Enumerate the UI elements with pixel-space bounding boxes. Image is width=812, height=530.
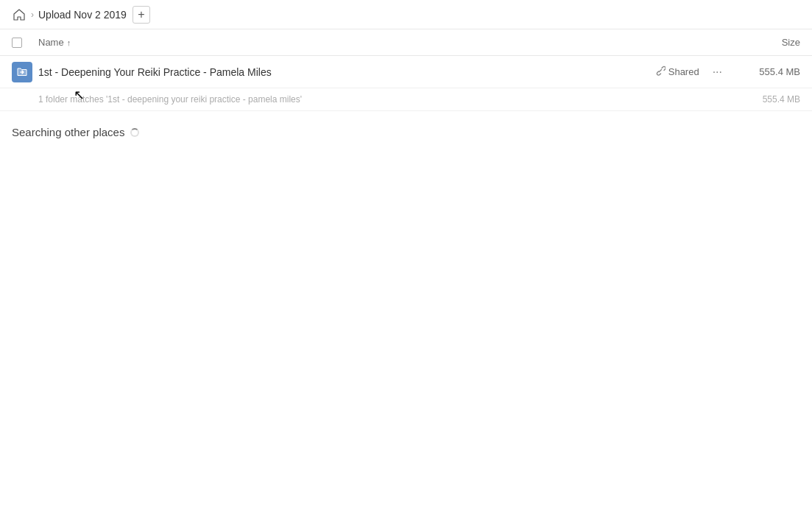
- folder-link-icon: [12, 62, 32, 82]
- size-column-header[interactable]: Size: [727, 37, 800, 48]
- match-info-row: 1 folder matches '1st - deepening your r…: [0, 88, 812, 111]
- breadcrumb-title: Upload Nov 2 2019: [38, 9, 127, 21]
- name-label: Name: [38, 37, 64, 48]
- add-button[interactable]: +: [133, 6, 150, 24]
- match-info-size: 555.4 MB: [763, 94, 800, 105]
- shared-badge: Shared: [655, 66, 699, 78]
- file-icon-col: [12, 62, 38, 82]
- file-row[interactable]: 1st - Deepening Your Reiki Practice - Pa…: [0, 56, 812, 88]
- file-size: 555.4 MB: [727, 66, 800, 77]
- shared-label: Shared: [668, 66, 699, 77]
- file-actions: Shared ···: [655, 64, 727, 80]
- breadcrumb-separator: ›: [31, 10, 34, 20]
- top-bar: › Upload Nov 2 2019 +: [0, 0, 812, 29]
- more-options-button[interactable]: ···: [708, 64, 727, 80]
- column-header: Name ↑ Size: [0, 29, 812, 56]
- match-info-text: 1 folder matches '1st - deepening your r…: [38, 94, 302, 105]
- searching-section: Searching other places: [0, 111, 812, 153]
- select-all-checkbox[interactable]: [12, 38, 22, 48]
- loading-spinner: [130, 128, 139, 137]
- select-all-checkbox-col: [12, 38, 38, 48]
- name-column-header[interactable]: Name ↑: [38, 37, 727, 48]
- home-icon[interactable]: [12, 7, 27, 22]
- sort-arrow-icon: ↑: [67, 38, 71, 47]
- searching-title-text: Searching other places: [12, 126, 124, 138]
- link-icon: [655, 66, 666, 78]
- searching-title: Searching other places: [12, 126, 800, 138]
- file-name: 1st - Deepening Your Reiki Practice - Pa…: [38, 66, 655, 78]
